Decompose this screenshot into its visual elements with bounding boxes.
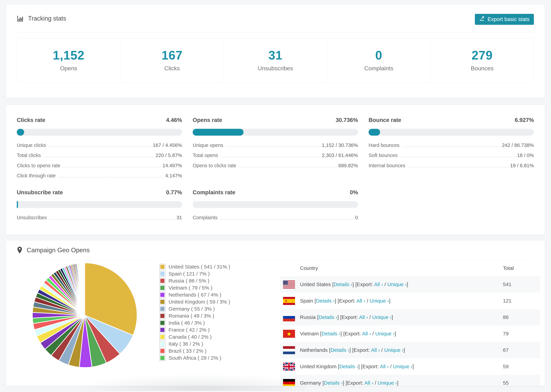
detail-label: Opens to clicks rate: [193, 163, 236, 168]
total-cell: 541: [503, 281, 540, 287]
legend-item-united-kingdom: United Kingdom ( 59 / 3% ): [159, 298, 230, 305]
details-link[interactable]: Details ›: [330, 347, 349, 353]
details-link[interactable]: Details ›: [318, 314, 337, 320]
nl-flag-icon: [283, 346, 295, 354]
detail-row: Total clicks 220 / 5.87%: [17, 153, 182, 158]
progress-bar-fill: [17, 129, 24, 136]
total-cell: 79: [503, 331, 540, 336]
export-basic-stats-button[interactable]: Export basic stats: [475, 14, 534, 25]
detail-label: Unique opens: [193, 142, 223, 148]
export-all-link[interactable]: All ›: [359, 314, 368, 320]
stat-value: 0: [327, 48, 430, 62]
detail-value: 2,303 / 61.446%: [322, 153, 358, 158]
rate-percent: 4.46%: [166, 117, 182, 123]
export-unique-link[interactable]: Unique ›: [384, 347, 403, 353]
stat-value: 279: [431, 48, 534, 62]
legend-label: Germany ( 55 / 3% ): [169, 306, 215, 312]
campaign-geo-opens-card: Campaign Geo Opens United States ( 541 /…: [6, 240, 545, 386]
legend-item-india: India ( 46 / 3% ): [159, 319, 230, 326]
dotted-leader: [239, 167, 337, 167]
details-link[interactable]: Details ›: [339, 364, 358, 369]
export-all-link[interactable]: All ›: [374, 281, 383, 287]
tracking-stats-title: Tracking stats: [28, 15, 66, 22]
legend-swatch: [159, 348, 165, 354]
export-unique-link[interactable]: Unique ›: [387, 281, 407, 287]
legend-swatch: [159, 285, 165, 291]
detail-value: 220 / 5.87%: [155, 153, 182, 158]
rate-block-complaints-rate: Complaints rate 0% Complaints 0: [193, 189, 358, 220]
rate-title: Clicks rate: [17, 117, 45, 123]
stat-card-unsubscribes: 31 Unsubscribes: [224, 38, 327, 82]
dotted-leader: [63, 167, 161, 167]
export-unique-link[interactable]: Unique ›: [370, 298, 389, 304]
us-flag-icon: [283, 280, 295, 288]
country-cell: Spain [Details ›] [Export: All › / Uniqu…: [300, 298, 503, 304]
detail-label: Click through rate: [17, 173, 56, 179]
details-link[interactable]: Details ›: [322, 331, 340, 336]
stat-label: Unsubscribes: [224, 65, 327, 72]
pie-slice-other-42[interactable]: [85, 263, 85, 315]
export-all-link[interactable]: All ›: [362, 331, 371, 336]
country-cell: Vietnam [Details ›] [Export: All › / Uni…: [300, 331, 503, 336]
stat-label: Complaints: [327, 65, 430, 72]
detail-value: 18 / 0%: [517, 153, 534, 158]
legend-swatch: [159, 264, 165, 270]
total-cell: 55: [503, 380, 540, 386]
stat-card-complaints: 0 Complaints: [327, 38, 430, 82]
legend-item-canada: Canada ( 40 / 2% ): [159, 333, 230, 340]
detail-label: Unique clicks: [17, 142, 46, 148]
legend-swatch: [159, 299, 165, 305]
export-all-link[interactable]: All ›: [356, 298, 365, 304]
legend-label: United States ( 541 / 31% ): [169, 264, 230, 270]
legend-item-spain: Spain ( 121 / 7% ): [159, 270, 230, 277]
legend-label: Italy ( 36 / 2% ): [169, 341, 203, 347]
stat-value: 167: [120, 48, 224, 62]
dotted-leader: [400, 157, 516, 157]
rate-percent: 30.736%: [336, 117, 358, 123]
progress-bar-fill: [17, 201, 18, 208]
detail-label: Internal bounces: [369, 163, 405, 168]
detail-row: Unique clicks 167 / 4.456%: [17, 142, 182, 148]
detail-label: Total opens: [193, 153, 218, 158]
dotted-leader: [58, 177, 164, 177]
geo-content: United States ( 541 / 31% ) Spain ( 121 …: [6, 260, 545, 386]
export-all-link[interactable]: All ›: [371, 347, 380, 353]
export-all-link[interactable]: All ›: [365, 380, 373, 386]
details-link[interactable]: Details ›: [324, 380, 343, 386]
legend-label: Netherlands ( 67 / 4% ): [169, 292, 221, 298]
progress-bar-fill: [193, 129, 243, 136]
detail-label: Unsubscribes: [17, 215, 47, 220]
rate-title: Unsubscribe rate: [17, 189, 63, 196]
total-column-header: Total: [503, 265, 540, 271]
rate-block-clicks-rate: Clicks rate 4.46% Unique clicks 167 / 4.…: [17, 117, 182, 179]
stat-card-bounces: 279 Bounces: [430, 38, 534, 82]
table-row-russia: Russia [Details ›] [Export: All › / Uniq…: [280, 309, 540, 325]
legend-item-brazil: Brazil ( 33 / 2% ): [159, 347, 230, 354]
detail-row: Unsubscribes 31: [17, 215, 182, 220]
export-unique-link[interactable]: Unique ›: [375, 331, 395, 336]
details-link[interactable]: Details ›: [334, 281, 353, 287]
stat-value: 1,152: [17, 48, 120, 62]
rate-block-bounce-rate: Bounce rate 6.927% Hard bounces 242 / 86…: [369, 117, 534, 179]
export-all-link[interactable]: All ›: [380, 364, 389, 369]
export-unique-link[interactable]: Unique ›: [378, 380, 397, 386]
stats-row: 1,152 Opens167 Clicks31 Unsubscribes0 Co…: [17, 38, 534, 83]
total-cell: 121: [503, 298, 540, 304]
export-unique-link[interactable]: Unique ›: [372, 314, 391, 320]
detail-value: 689.82%: [339, 163, 358, 168]
dotted-leader: [220, 219, 354, 219]
legend-item-italy: Italy ( 36 / 2% ): [159, 340, 230, 347]
total-cell: 67: [503, 347, 540, 353]
detail-value: 4.147%: [165, 173, 182, 179]
rate-block-opens-rate: Opens rate 30.736% Unique opens 1,152 / …: [193, 117, 358, 179]
legend-swatch: [159, 271, 165, 277]
detail-row: Total opens 2,303 / 61.446%: [193, 153, 358, 158]
progress-bar-fill: [369, 129, 380, 136]
ru-flag-icon: [283, 313, 295, 321]
legend-label: United Kingdom ( 59 / 3% ): [169, 299, 230, 305]
details-link[interactable]: Details ›: [316, 298, 335, 304]
export-unique-link[interactable]: Unique ›: [393, 364, 412, 369]
gb-flag-icon: [283, 363, 295, 371]
legend-swatch: [159, 278, 165, 284]
detail-label: Total clicks: [17, 153, 41, 158]
